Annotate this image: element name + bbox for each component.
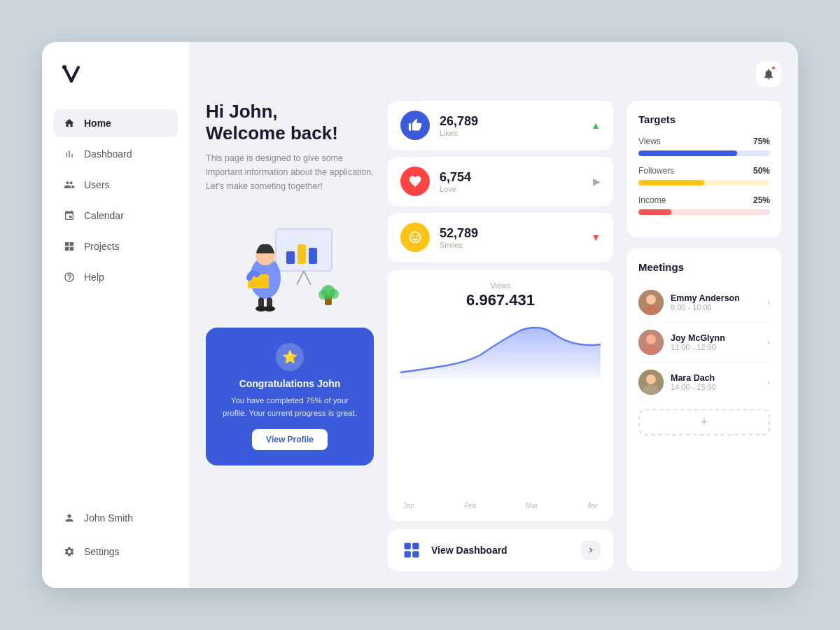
- stat-card-love: 6,754 Love ▶: [388, 157, 613, 206]
- welcome-section: Hi John, Welcome back! This page is desi…: [206, 101, 374, 193]
- sidebar-item-help[interactable]: Help: [53, 263, 178, 291]
- sidebar-item-home[interactable]: Home: [53, 109, 178, 137]
- sidebar-item-user[interactable]: John Smith: [53, 504, 178, 532]
- svg-point-26: [646, 335, 656, 344]
- sidebar-settings-label: Settings: [84, 546, 120, 557]
- middle-column: 26,789 Likes ▲ 6,754 Love: [388, 101, 613, 571]
- love-value: 6,754: [440, 170, 583, 185]
- sidebar-item-users[interactable]: Users: [53, 171, 178, 199]
- illustration: [206, 204, 374, 316]
- stat-card-smiles: 52,789 Smiles ▼: [388, 213, 613, 262]
- promo-card: ⭐ Congratulations John You have complete…: [206, 328, 374, 465]
- greeting: Hi John, Welcome back!: [206, 101, 374, 144]
- user-icon: [63, 512, 76, 524]
- views-progress-fill: [638, 150, 737, 156]
- joy-arrow: ›: [767, 337, 770, 347]
- sidebar-item-projects[interactable]: Projects: [53, 232, 178, 260]
- smiles-trend: ▼: [591, 232, 601, 243]
- views-progress-bg: [638, 150, 770, 156]
- likes-trend: ▲: [591, 120, 601, 131]
- meeting-item-mara[interactable]: Mara Dach 14:00 - 15:00 ›: [638, 363, 770, 402]
- svg-point-17: [329, 289, 339, 299]
- sidebar-label-help: Help: [84, 272, 104, 283]
- target-label-income: Income: [638, 195, 666, 205]
- love-label: Love: [440, 185, 583, 193]
- targets-title: Targets: [638, 113, 770, 125]
- smiles-value: 52,789: [440, 226, 581, 241]
- target-row-followers: Followers 50%: [638, 166, 770, 186]
- emmy-arrow: ›: [767, 298, 770, 307]
- add-meeting-button[interactable]: +: [638, 409, 770, 435]
- followers-progress-fill: [638, 180, 704, 186]
- followers-progress-bg: [638, 180, 770, 186]
- sidebar-item-calendar[interactable]: Calendar: [53, 202, 178, 230]
- likes-info: 26,789 Likes: [440, 114, 581, 137]
- sidebar-label-dashboard: Dashboard: [84, 148, 132, 160]
- love-icon-wrap: [400, 167, 430, 196]
- sidebar-label-calendar: Calendar: [84, 210, 124, 221]
- view-profile-button[interactable]: View Profile: [252, 429, 328, 450]
- mara-name: Mara Dach: [671, 373, 760, 383]
- sidebar: Home Dashboard Users Calendar Projects: [42, 42, 189, 588]
- love-info: 6,754 Love: [440, 170, 583, 193]
- view-dashboard-label: View Dashboard: [431, 545, 573, 556]
- sidebar-item-settings[interactable]: Settings: [53, 538, 178, 566]
- home-icon: [63, 117, 76, 130]
- svg-point-0: [62, 65, 66, 69]
- svg-rect-20: [405, 551, 411, 557]
- targets-card: Targets Views 75% Followers 5: [627, 101, 781, 237]
- avatar-mara: [638, 370, 664, 395]
- calendar-icon: [63, 209, 76, 222]
- emmy-name: Emmy Anderson: [671, 293, 760, 303]
- meetings-card: Meetings Emmy Anderson 8:00 - 10:00 ›: [627, 248, 781, 571]
- sidebar-label-home: Home: [84, 118, 111, 129]
- chart-months: Jan Feb Mar Avr: [400, 502, 601, 510]
- target-pct-followers: 50%: [753, 166, 770, 176]
- target-pct-income: 25%: [753, 195, 770, 205]
- target-row-views: Views 75%: [638, 136, 770, 156]
- content-grid: Hi John, Welcome back! This page is desi…: [206, 101, 781, 571]
- welcome-description: This page is designed to give some impor…: [206, 151, 374, 193]
- svg-line-6: [304, 271, 311, 285]
- dashboard-icon: [400, 539, 423, 561]
- view-dashboard-arrow[interactable]: [581, 540, 601, 560]
- notification-button[interactable]: [756, 62, 781, 87]
- emmy-info: Emmy Anderson 8:00 - 10:00: [671, 293, 760, 312]
- sidebar-user-name: John Smith: [84, 512, 133, 524]
- star-badge: ⭐: [276, 343, 304, 371]
- svg-rect-19: [412, 543, 419, 550]
- svg-point-23: [646, 295, 656, 304]
- svg-line-5: [297, 271, 304, 285]
- avatar-joy: [638, 330, 664, 355]
- stats-row: 26,789 Likes ▲ 6,754 Love: [388, 101, 613, 262]
- sidebar-label-users: Users: [84, 179, 110, 190]
- view-dashboard-card[interactable]: View Dashboard: [388, 529, 613, 571]
- svg-rect-4: [309, 248, 317, 264]
- smiles-info: 52,789 Smiles: [440, 226, 581, 249]
- users-icon: [63, 178, 76, 191]
- svg-rect-21: [412, 551, 419, 557]
- svg-point-29: [646, 374, 656, 384]
- sidebar-item-dashboard[interactable]: Dashboard: [53, 140, 178, 168]
- meeting-item-joy[interactable]: Joy McGlynn 11:00 - 12:00 ›: [638, 323, 770, 363]
- target-label-views: Views: [638, 136, 661, 146]
- promo-title: Congratulations John: [239, 378, 341, 389]
- joy-name: Joy McGlynn: [671, 333, 760, 343]
- likes-icon-wrap: [400, 111, 430, 140]
- promo-description: You have completed 75% of your profile. …: [218, 395, 361, 419]
- help-icon: [63, 271, 76, 284]
- mara-time: 14:00 - 15:00: [671, 383, 760, 391]
- likes-value: 26,789: [440, 114, 581, 129]
- joy-time: 11:00 - 12:00: [671, 343, 760, 351]
- likes-label: Likes: [440, 129, 581, 137]
- projects-icon: [63, 240, 76, 253]
- meeting-item-emmy[interactable]: Emmy Anderson 8:00 - 10:00 ›: [638, 283, 770, 323]
- smiles-icon-wrap: [400, 223, 430, 252]
- svg-rect-3: [298, 244, 306, 264]
- target-row-income: Income 25%: [638, 195, 770, 215]
- income-progress-fill: [638, 209, 671, 215]
- joy-info: Joy McGlynn 11:00 - 12:00: [671, 333, 760, 351]
- svg-point-16: [318, 290, 328, 300]
- sidebar-label-projects: Projects: [84, 241, 120, 252]
- svg-rect-18: [405, 543, 411, 550]
